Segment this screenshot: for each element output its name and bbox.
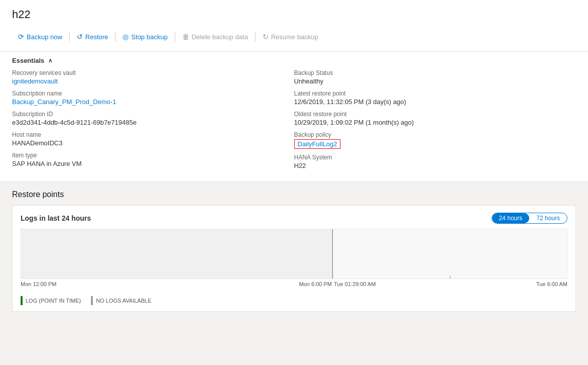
chart-header: Logs in last 24 hours 24 hours 72 hours — [21, 213, 567, 224]
field-item-type: Item type SAP HANA in Azure VM — [12, 152, 294, 167]
field-label-oldest-restore: Oldest restore point — [294, 111, 576, 118]
stop-backup-icon: ◎ — [123, 33, 129, 41]
field-latest-restore: Latest restore point 12/6/2019, 11:32:05… — [294, 90, 576, 106]
chart-divider-line — [332, 229, 333, 279]
field-label-subscription-id: Subscription ID — [12, 111, 294, 118]
field-subscription-id: Subscription ID e3d2d341-4ddb-4c5d-9121-… — [12, 111, 294, 126]
field-backup-status: Backup Status Unhealthy — [294, 69, 576, 85]
field-label-backup-policy: Backup policy — [294, 131, 576, 138]
chevron-up-icon: ∧ — [48, 57, 52, 64]
resume-backup-button[interactable]: ↻ Resume backup — [257, 30, 324, 43]
essentials-left: Recovery services vault ignitedemovault … — [12, 69, 294, 174]
restore-points-title: Restore points — [12, 190, 576, 199]
field-host-name: Host name HANADemoIDC3 — [12, 131, 294, 147]
page-header: h22 ⟳ Backup now ↺ Restore ◎ Stop backup… — [0, 0, 588, 52]
field-label-host-name: Host name — [12, 131, 294, 138]
restore-section: Restore points Logs in last 24 hours 24 … — [0, 182, 588, 365]
restore-icon: ↺ — [77, 33, 83, 41]
field-value-subscription-id: e3d2d341-4ddb-4c5d-9121-69b7e719485e — [12, 119, 294, 126]
timeline-left-axis: Mon 12:00 PM Mon 6:00 PM — [21, 281, 332, 287]
field-subscription-name: Subscription name Backup_Canary_PM_Prod_… — [12, 90, 294, 106]
field-value-hana-system: H22 — [294, 162, 576, 169]
field-recovery-vault: Recovery services vault ignitedemovault — [12, 69, 294, 85]
chart-card: Logs in last 24 hours 24 hours 72 hours — [12, 205, 576, 312]
timeline-label-2: Tue 01:29:00 AM — [334, 281, 376, 287]
backup-now-button[interactable]: ⟳ Backup now — [12, 30, 68, 43]
timeline-axis: Mon 12:00 PM Mon 6:00 PM Tue 01:29:00 AM… — [21, 279, 567, 291]
legend-label-nologs: NO LOGS AVAILABLE — [96, 298, 151, 304]
field-value-recovery-vault[interactable]: ignitedemovault — [12, 77, 58, 85]
essentials-label: Essentials — [12, 57, 44, 64]
chart-tick — [450, 276, 450, 279]
field-value-oldest-restore: 10/29/2019, 1:09:02 PM (1 month(s) ago) — [294, 119, 576, 126]
resume-icon: ↻ — [263, 33, 269, 41]
legend-color-log — [21, 296, 23, 305]
time-btn-24h[interactable]: 24 hours — [492, 213, 530, 223]
chart-right-panel — [332, 229, 567, 279]
timeline-label-0: Mon 12:00 PM — [21, 281, 57, 287]
restore-button[interactable]: ↺ Restore — [71, 30, 114, 43]
time-toggle: 24 hours 72 hours — [492, 213, 567, 224]
field-value-latest-restore: 12/6/2019, 11:32:05 PM (3 day(s) ago) — [294, 98, 576, 106]
legend-color-nologs — [91, 296, 93, 305]
timeline-label-1: Mon 6:00 PM — [299, 281, 332, 287]
field-value-item-type: SAP HANA in Azure VM — [12, 160, 294, 167]
chart-area — [21, 229, 567, 279]
field-label-latest-restore: Latest restore point — [294, 90, 576, 97]
timeline-label-3: Tue 6:00 AM — [536, 281, 567, 287]
chart-legend: LOG (POINT IN TIME) NO LOGS AVAILABLE — [21, 291, 567, 305]
chart-left-panel — [21, 229, 332, 279]
field-label-subscription-name: Subscription name — [12, 90, 294, 97]
legend-label-log: LOG (POINT IN TIME) — [26, 298, 81, 304]
field-label-recovery-vault: Recovery services vault — [12, 69, 294, 76]
timeline-right-axis: Tue 01:29:00 AM Tue 6:00 AM — [332, 281, 567, 287]
toolbar: ⟳ Backup now ↺ Restore ◎ Stop backup 🗑 D… — [12, 27, 576, 47]
delete-icon: 🗑 — [182, 33, 189, 41]
toolbar-divider-4 — [255, 32, 256, 42]
field-value-subscription-name[interactable]: Backup_Canary_PM_Prod_Demo-1 — [12, 98, 116, 106]
field-label-item-type: Item type — [12, 152, 294, 159]
field-hana-system: HANA System H22 — [294, 154, 576, 169]
field-backup-policy: Backup policy DailyFullLog2 — [294, 131, 576, 149]
field-value-backup-status: Unhealthy — [294, 77, 576, 85]
essentials-section: Essentials ∧ Recovery services vault ign… — [0, 52, 588, 182]
time-btn-72h[interactable]: 72 hours — [529, 213, 567, 223]
chart-title: Logs in last 24 hours — [21, 214, 91, 222]
stop-backup-button[interactable]: ◎ Stop backup — [116, 30, 173, 43]
toolbar-divider-1 — [69, 32, 70, 42]
field-value-backup-policy[interactable]: DailyFullLog2 — [294, 139, 341, 149]
legend-item-log: LOG (POINT IN TIME) — [21, 296, 81, 305]
essentials-grid: Recovery services vault ignitedemovault … — [12, 69, 576, 181]
legend-item-nologs: NO LOGS AVAILABLE — [91, 296, 151, 305]
backup-now-icon: ⟳ — [18, 33, 24, 41]
essentials-right: Backup Status Unhealthy Latest restore p… — [294, 69, 576, 174]
field-label-backup-status: Backup Status — [294, 69, 576, 76]
toolbar-divider-3 — [175, 32, 175, 42]
toolbar-divider-2 — [115, 32, 115, 42]
field-label-hana-system: HANA System — [294, 154, 576, 161]
delete-backup-data-button[interactable]: 🗑 Delete backup data — [176, 30, 254, 43]
page-title: h22 — [12, 8, 576, 21]
field-value-host-name: HANADemoIDC3 — [12, 139, 294, 147]
page-container: h22 ⟳ Backup now ↺ Restore ◎ Stop backup… — [0, 0, 588, 365]
field-oldest-restore: Oldest restore point 10/29/2019, 1:09:02… — [294, 111, 576, 126]
essentials-header[interactable]: Essentials ∧ — [12, 52, 576, 69]
